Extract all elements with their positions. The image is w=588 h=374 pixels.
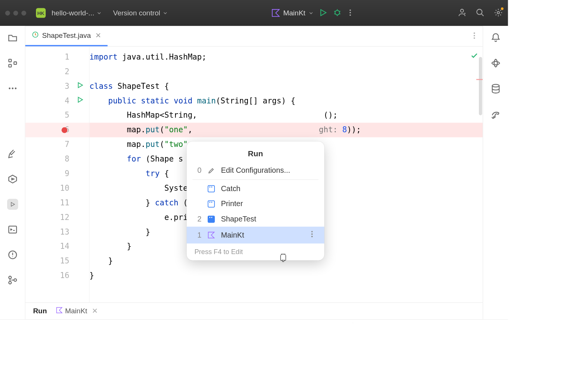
ai-assistant-icon[interactable]: [490, 58, 501, 69]
terminal-tool-icon[interactable]: [7, 224, 18, 235]
build-tool-icon[interactable]: [7, 148, 18, 159]
line-number: 8: [64, 152, 69, 166]
svg-point-22: [492, 84, 499, 87]
svg-rect-13: [9, 226, 16, 233]
run-tool-icon[interactable]: [7, 199, 18, 209]
services-tool-icon[interactable]: [7, 174, 18, 184]
svg-point-16: [9, 281, 11, 284]
statusbar: › java › ShapeTest.java › CShapeTest › m…: [0, 319, 508, 323]
svg-point-23: [311, 231, 313, 232]
inspection-ok-icon[interactable]: [471, 52, 478, 61]
run-gutter-icon[interactable]: [76, 79, 84, 94]
code-token: try: [146, 169, 159, 178]
code-token: public: [108, 96, 136, 105]
breadcrumb-item[interactable]: ShapeTest.java: [34, 323, 88, 323]
theme-icon[interactable]: [333, 323, 340, 323]
line-number: 16: [60, 268, 69, 283]
breadcrumb-item[interactable]: CShapeTest: [98, 323, 138, 323]
code-token: catch: [155, 198, 178, 207]
project-dropdown[interactable]: hello-world-...: [51, 9, 101, 17]
info-icon[interactable]: [495, 323, 502, 323]
svg-point-25: [311, 236, 313, 237]
line-number: 6: [64, 123, 69, 137]
popup-item-printer[interactable]: Printer: [187, 196, 324, 212]
svg-point-10: [9, 88, 10, 90]
run-gutter-icon[interactable]: [76, 94, 84, 108]
tab-label: ShapeTest.java: [42, 31, 91, 39]
svg-point-15: [9, 276, 11, 279]
code-token: put: [146, 125, 159, 134]
right-tool-rail: [483, 26, 508, 319]
code-token: {: [160, 169, 169, 178]
close-icon[interactable]: ✕: [92, 307, 98, 315]
code-token: java.util.HashMap;: [117, 52, 206, 61]
code-token: }: [108, 256, 112, 265]
kotlin-icon: [272, 9, 280, 17]
structure-tool-icon[interactable]: [7, 58, 18, 69]
popup-item-edit-configs[interactable]: 0 Edit Configurations...: [187, 163, 324, 178]
maximize-window-icon[interactable]: [21, 10, 26, 15]
tab-options-icon[interactable]: [471, 31, 477, 41]
popup-item-shapetest[interactable]: 2 ShapeTest: [187, 211, 324, 227]
popup-item-label: MainKt: [221, 231, 244, 239]
indexing-icon[interactable]: [349, 323, 356, 323]
vcs-label: Version control: [113, 9, 160, 17]
popup-item-label: ShapeTest: [221, 215, 256, 223]
class-icon: C: [98, 323, 105, 323]
code-token: }: [89, 271, 94, 280]
run-button[interactable]: [318, 8, 327, 18]
scrollbar[interactable]: [479, 57, 482, 115]
test-file-icon: [32, 31, 39, 40]
more-actions-icon[interactable]: [347, 8, 353, 18]
line-number: 11: [60, 196, 69, 210]
popup-item-catch[interactable]: Catch: [187, 181, 324, 196]
svg-point-4: [460, 9, 464, 12]
search-icon[interactable]: [476, 8, 484, 18]
svg-point-2: [350, 12, 351, 13]
line-number: 7: [64, 137, 69, 152]
svg-point-1: [350, 9, 351, 11]
popup-item-mainkt[interactable]: 1 MainKt: [187, 227, 324, 244]
code-with-me-icon[interactable]: [458, 8, 466, 18]
vcs-dropdown[interactable]: Version control: [113, 9, 168, 17]
notifications-icon[interactable]: [490, 32, 501, 43]
test-file-icon: [34, 323, 41, 323]
run-config-dropdown[interactable]: MainKt: [272, 9, 313, 17]
breadcrumb-item[interactable]: mmain: [148, 323, 172, 323]
code-token: main: [197, 96, 216, 105]
project-name: hello-world-...: [51, 9, 94, 17]
settings-icon[interactable]: [494, 8, 503, 18]
code-token: ,: [188, 125, 192, 134]
application-icon: [208, 185, 215, 192]
project-tool-icon[interactable]: [7, 32, 18, 43]
shortcut-key: 2: [194, 215, 201, 223]
close-window-icon[interactable]: [5, 10, 10, 15]
line-number: 5: [64, 108, 69, 123]
readonly-lock-icon[interactable]: [479, 323, 486, 323]
code-token: (: [160, 125, 164, 134]
database-icon[interactable]: [490, 84, 501, 95]
item-more-icon[interactable]: [309, 230, 316, 240]
heap-icon[interactable]: [384, 323, 391, 323]
debug-button[interactable]: [333, 8, 342, 18]
more-tools-icon[interactable]: [7, 83, 18, 94]
run-tab-mainkt[interactable]: MainKt ✕: [56, 307, 98, 315]
run-config-label: MainKt: [283, 9, 305, 17]
kotlin-icon: [207, 232, 216, 239]
problems-tool-icon[interactable]: [7, 249, 18, 260]
code-token: 8: [342, 125, 347, 134]
code-token: ShapeTest {: [113, 82, 169, 91]
minimize-window-icon[interactable]: [13, 10, 18, 15]
run-tool-label[interactable]: Run: [33, 307, 47, 315]
code-token: class: [89, 82, 112, 91]
vcs-tool-icon[interactable]: [7, 275, 18, 286]
run-popup: Run 0 Edit Configurations... Catch Print…: [187, 142, 324, 260]
window-controls[interactable]: [5, 10, 26, 15]
svg-point-21: [474, 37, 475, 39]
svg-rect-7: [9, 59, 11, 62]
error-stripe-icon[interactable]: [476, 79, 483, 80]
gradle-icon[interactable]: [490, 109, 501, 120]
tab-shapetest[interactable]: ShapeTest.java ✕: [25, 26, 108, 46]
close-tab-icon[interactable]: ✕: [95, 31, 101, 39]
line-number: 3: [64, 79, 69, 94]
